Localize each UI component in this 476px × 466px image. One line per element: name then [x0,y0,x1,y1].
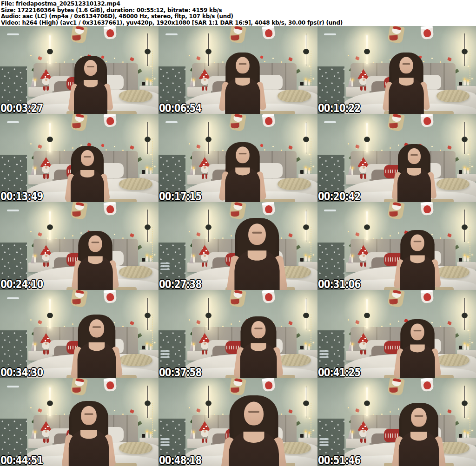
timestamp-overlay: 00:37:58 [159,367,201,378]
vignette [317,114,476,202]
video-thumbnail: ✦ ✦ ✦ LOVENSEResponding to30s●◎❀1- [317,114,476,202]
vignette [159,378,317,466]
vignette [317,202,476,290]
timestamp-overlay: 00:44:51 [0,455,43,466]
audio-line: Audio:aac (LC) (mp4a / 0x6134706D), 4800… [1,13,438,20]
timestamp-overlay: 00:48:18 [159,455,201,466]
vignette [317,26,476,114]
vignette [0,114,159,202]
username-blur [7,33,19,35]
video-thumbnail: ✦ ✦ ✦ LOVENSEResponding to1s●◎❀1-1 [0,202,159,290]
video-thumbnail: ✦ ✦ ✦ LOVENSE●◎❀1-13s♥2-105s♥11-51 [317,290,476,378]
video-thumbnail: ✦ ✦ ✦ LOVENSEResponding to13s●◎❀1- [0,378,159,466]
tipper-name-blur [319,356,329,358]
username-blur [7,210,19,211]
username-blur [324,121,336,123]
timestamp-overlay: 00:10:22 [318,103,360,114]
video-thumbnail: ✦ ✦ ✦ LOVENSEResponding to●◎❀1-13s [0,290,159,378]
vignette [159,114,317,202]
timestamp-overlay: 00:06:54 [159,103,201,114]
vignette [317,378,476,466]
video-thumbnail: ✦ ✦ ✦ LOVENSEResponding to14s●◎❀1- [0,114,159,202]
timestamp-overlay: 00:20:42 [318,191,360,202]
vignette [159,290,317,378]
tipper-name-blur [160,263,170,264]
timestamp-overlay: 00:41:25 [318,367,360,378]
tipper-name-blur [319,438,329,440]
video-thumbnail: ✦ ✦ ✦ LOVENSEResponding to30s●◎❀1- [317,202,476,290]
tipper-name-blur [319,353,329,355]
video-thumbnail: ✦ ✦ ✦ LOVENSEResponding to34s●◎❀1- [317,26,476,114]
username-blur [324,33,336,35]
video-thumbnail: ✦ ✦ ✦ LOVENSE●◎❀1-13s♥2-105s♥11-51 [317,378,476,466]
tipper-name-blur [319,441,329,443]
timestamp-overlay: 00:24:10 [0,279,43,290]
vignette [159,202,317,290]
video-thumbnail: ✦ ✦ ✦ LOVENSEResponding to35s●◎❀1- [0,26,159,114]
tipper-name-blur [160,265,170,267]
timestamp-overlay: 00:17:15 [159,191,201,202]
username-blur [324,210,336,211]
video-label: Video: [1,19,20,26]
thumbnail-grid: ✦ ✦ ✦ LOVENSEResponding to35s●◎❀1- [0,26,476,466]
timestamp-overlay: 00:13:49 [0,191,43,202]
size-line: Size:1722160364 bytes (1.6 GiB), duratio… [1,7,438,13]
video-thumbnail: ✦ ✦ ✦ LOVENSE●◎❀1-13s♥2-105s♥11-51 [159,202,317,290]
tipper-name-blur [319,444,329,446]
tipper-name-blur [160,444,170,446]
vignette [0,290,159,378]
vignette [0,378,159,466]
timestamp-overlay: 00:27:38 [159,279,201,290]
tipper-name-blur [160,353,170,355]
username-blur [7,121,19,123]
tipper-name-blur [160,356,170,358]
tipper-name-blur [160,350,170,352]
username-blur [7,386,19,387]
timestamp-overlay: 00:31:06 [318,279,360,290]
timestamp-overlay: 00:03:27 [0,103,43,114]
username-blur [7,297,19,299]
vignette [0,202,159,290]
username-blur [165,121,178,123]
video-thumbnail: ✦ ✦ ✦ LOVENSE●◎❀1-13s♥2-105s♥11-51 [159,290,317,378]
video-thumbnail: ✦ ✦ ✦ LOVENSEResponding to25s●◎❀1- [159,114,317,202]
vignette [0,26,159,114]
username-blur [165,33,178,35]
file-info-header: File:friedapostma_202512310132.mp4 Size:… [0,0,476,26]
vignette [317,290,476,378]
tipper-name-blur [160,269,170,270]
video-thumbnail: ✦ ✦ ✦ LOVENSEResponding to14s●◎❀1- [159,26,317,114]
video-thumbnail: ✦ ✦ ✦ LOVENSE●◎❀1-13s♥2-105s♥11-51 [159,378,317,466]
video-line: Video:h264 (High) (avc1 / 0x31637661), y… [1,20,438,26]
tipper-name-blur [319,350,329,352]
timestamp-overlay: 00:34:30 [0,367,43,378]
tipper-name-blur [160,438,170,440]
vignette [159,26,317,114]
timestamp-overlay: 00:51:46 [318,455,360,466]
file-line: File:friedapostma_202512310132.mp4 [1,0,438,7]
tipper-name-blur [160,441,170,443]
video-value: h264 (High) (avc1 / 0x31637661), yuv420p… [22,19,343,26]
